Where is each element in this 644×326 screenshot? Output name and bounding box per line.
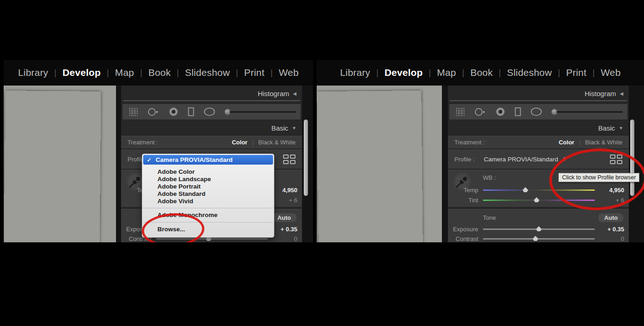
nav-library[interactable]: Library bbox=[334, 67, 377, 78]
nav-slideshow[interactable]: Slideshow bbox=[501, 67, 558, 78]
photo-canvas bbox=[4, 86, 116, 242]
module-picker: Library | Develop | Map | Book | Slidesh… bbox=[317, 60, 644, 86]
red-eye-tool-icon[interactable] bbox=[168, 107, 179, 116]
basic-header[interactable]: Basic ▼ bbox=[448, 122, 629, 134]
screenshot-right: Library | Develop | Map | Book | Slidesh… bbox=[317, 60, 644, 242]
nav-book[interactable]: Book bbox=[464, 67, 499, 78]
treatment-row: Treatment : Color | Black & White bbox=[121, 135, 302, 149]
photo-canvas bbox=[317, 86, 442, 242]
spot-removal-tool-icon[interactable] bbox=[147, 108, 159, 116]
photo-preview bbox=[4, 91, 101, 242]
auto-button[interactable]: Auto bbox=[598, 213, 623, 222]
expand-down-icon[interactable]: ▼ bbox=[619, 126, 623, 131]
dropdown-item-selected[interactable]: ✓ Camera PROVIA/Standard bbox=[143, 155, 273, 165]
tone-label: Tone bbox=[483, 214, 496, 221]
expand-down-icon[interactable]: ▼ bbox=[292, 126, 296, 131]
basic-label: Basic bbox=[598, 124, 615, 132]
brush-line bbox=[230, 111, 296, 113]
exposure-value: + 0.35 bbox=[595, 226, 629, 233]
dropdown-divider bbox=[143, 208, 273, 208]
treatment-color-option[interactable]: Color bbox=[227, 139, 252, 146]
tone-section: Tone Auto Exposure + 0.35 Contrast 0 bbox=[448, 208, 629, 242]
histogram-divider bbox=[123, 100, 300, 101]
histogram-header[interactable]: Histogram ◀ bbox=[448, 87, 629, 99]
nav-web[interactable]: Web bbox=[273, 67, 304, 78]
photo-preview bbox=[317, 91, 423, 242]
graduated-filter-tool-icon[interactable] bbox=[188, 107, 194, 116]
tint-label: Tint bbox=[448, 197, 483, 204]
brush-line bbox=[557, 111, 623, 113]
radial-filter-tool-icon[interactable] bbox=[203, 107, 215, 116]
dropdown-item-adobe-portrait[interactable]: Adobe Portrait bbox=[143, 183, 273, 190]
contrast-label: Contrast bbox=[448, 235, 483, 242]
dropdown-item-adobe-vivid[interactable]: Adobe Vivid bbox=[143, 198, 273, 205]
dropdown-selected-label: Camera PROVIA/Standard bbox=[156, 156, 232, 163]
panel-scrollbar[interactable] bbox=[304, 120, 308, 196]
collapse-left-icon[interactable]: ◀ bbox=[620, 91, 623, 96]
wb-label: WB : bbox=[483, 174, 496, 181]
profile-browser-grid-icon[interactable] bbox=[283, 154, 296, 164]
screenshot-left: Library | Develop | Map | Book | Slidesh… bbox=[4, 60, 313, 242]
module-picker: Library | Develop | Map | Book | Slidesh… bbox=[4, 60, 313, 86]
nav-develop[interactable]: Develop bbox=[378, 67, 429, 78]
treatment-color-option[interactable]: Color bbox=[554, 139, 579, 146]
red-eye-tool-icon[interactable] bbox=[495, 107, 505, 116]
basic-header[interactable]: Basic ▼ bbox=[121, 122, 302, 134]
temp-slider-thumb[interactable] bbox=[522, 187, 528, 192]
basic-label: Basic bbox=[271, 124, 288, 132]
dropdown-item-adobe-landscape[interactable]: Adobe Landscape bbox=[143, 176, 273, 183]
collapse-left-icon[interactable]: ◀ bbox=[293, 91, 296, 96]
profile-value[interactable]: Camera PROVIA/Standard bbox=[484, 156, 558, 163]
histogram-label: Histogram bbox=[585, 90, 616, 97]
treatment-label: Treatment : bbox=[454, 139, 485, 146]
treatment-bw-option[interactable]: Black & White bbox=[254, 139, 297, 146]
treatment-row: Treatment : Color | Black & White bbox=[448, 135, 629, 149]
nav-web[interactable]: Web bbox=[595, 67, 627, 78]
exposure-slider-row: Exposure + 0.35 bbox=[448, 224, 629, 234]
contrast-slider-thumb[interactable] bbox=[533, 236, 538, 241]
adjustment-brush-tool[interactable] bbox=[225, 109, 296, 115]
exposure-label: Exposure bbox=[448, 226, 483, 233]
spot-removal-tool-icon[interactable] bbox=[474, 108, 486, 116]
profile-label: Profile : bbox=[454, 156, 475, 163]
nav-map[interactable]: Map bbox=[431, 67, 462, 78]
contrast-value: 0 bbox=[595, 235, 629, 242]
adjustment-brush-tool[interactable] bbox=[551, 109, 623, 115]
nav-develop[interactable]: Develop bbox=[57, 67, 107, 78]
checkmark-icon: ✓ bbox=[147, 157, 151, 163]
tint-slider-thumb[interactable] bbox=[534, 197, 540, 202]
nav-map[interactable]: Map bbox=[109, 67, 140, 78]
treatment-label: Treatment : bbox=[128, 139, 158, 146]
contrast-slider-row: Contrast 0 bbox=[448, 234, 629, 242]
nav-slideshow[interactable]: Slideshow bbox=[179, 67, 236, 78]
contrast-slider[interactable] bbox=[483, 238, 595, 240]
crop-tool-icon[interactable] bbox=[456, 108, 465, 116]
histogram-header[interactable]: Histogram ◀ bbox=[121, 87, 302, 99]
auto-button[interactable]: Auto bbox=[272, 213, 296, 222]
nav-library[interactable]: Library bbox=[12, 67, 54, 78]
exposure-slider-thumb[interactable] bbox=[536, 226, 542, 231]
crop-tool-icon[interactable] bbox=[129, 108, 138, 116]
radial-filter-tool-icon[interactable] bbox=[530, 107, 542, 116]
histogram-divider bbox=[450, 100, 627, 101]
nav-print[interactable]: Print bbox=[560, 67, 592, 78]
dropdown-item-adobe-standard[interactable]: Adobe Standard bbox=[143, 190, 273, 198]
nav-print[interactable]: Print bbox=[238, 67, 270, 78]
exposure-slider[interactable] bbox=[483, 229, 595, 230]
graduated-filter-tool-icon[interactable] bbox=[515, 107, 521, 116]
treatment-bw-option[interactable]: Black & White bbox=[580, 139, 624, 146]
toolstrip bbox=[122, 103, 301, 120]
nav-book[interactable]: Book bbox=[142, 67, 177, 78]
toolstrip bbox=[449, 103, 628, 120]
temp-label: Temp bbox=[448, 187, 483, 194]
histogram-label: Histogram bbox=[258, 90, 289, 97]
dropdown-item-adobe-color[interactable]: Adobe Color bbox=[143, 168, 273, 176]
